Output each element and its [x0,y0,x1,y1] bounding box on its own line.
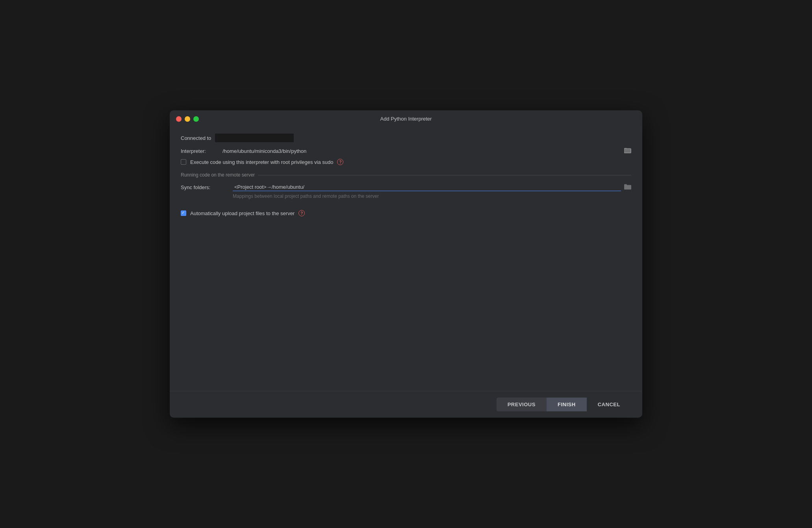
cancel-button[interactable]: CANCEL [587,398,631,411]
titlebar: Add Python Interpreter [170,110,642,127]
button-bar: PREVIOUS FINISH CANCEL [170,391,642,418]
connected-to-row: Connected to [181,134,631,142]
sudo-checkbox[interactable] [181,159,186,165]
auto-upload-row: Automatically upload project files to th… [181,210,631,216]
remote-section-title: Running code on the remote server [181,172,255,178]
connected-to-label: Connected to [181,135,211,141]
mappings-hint: Mappings between local project paths and… [233,193,631,199]
sync-input[interactable] [233,183,621,191]
auto-upload-help-icon[interactable]: ? [298,210,305,216]
interpreter-row: Interpreter: /home/ubuntu/miniconda3/bin… [181,147,631,155]
sync-row: Sync folders: [181,183,631,191]
window-title: Add Python Interpreter [380,116,432,122]
auto-upload-label: Automatically upload project files to th… [190,210,295,216]
dialog-content: Connected to Interpreter: /home/ubuntu/m… [170,127,642,391]
remote-section-line [258,175,631,175]
finish-button[interactable]: FINISH [547,398,587,411]
sudo-checkbox-label: Execute code using this interpreter with… [190,159,333,165]
remote-section-divider: Running code on the remote server [181,172,631,178]
sudo-checkbox-row: Execute code using this interpreter with… [181,159,631,165]
interpreter-path: /home/ubuntu/miniconda3/bin/python [222,148,306,154]
minimize-button[interactable] [185,116,190,122]
interpreter-folder-icon[interactable] [624,147,631,155]
interpreter-row-left: Interpreter: /home/ubuntu/miniconda3/bin… [181,148,306,154]
close-button[interactable] [176,116,182,122]
connected-to-value [215,134,294,142]
interpreter-label: Interpreter: [181,148,220,154]
auto-upload-checkbox[interactable] [181,210,186,216]
sync-input-container [233,183,631,191]
sync-label: Sync folders: [181,184,228,190]
sudo-help-icon[interactable]: ? [337,159,343,165]
previous-button[interactable]: PREVIOUS [497,398,547,411]
dialog-window: Add Python Interpreter Connected to Inte… [170,110,642,418]
traffic-lights [176,116,199,122]
maximize-button[interactable] [193,116,199,122]
sync-section: Sync folders: Mappings between local pro… [181,183,631,204]
sync-folder-icon[interactable] [624,183,631,191]
